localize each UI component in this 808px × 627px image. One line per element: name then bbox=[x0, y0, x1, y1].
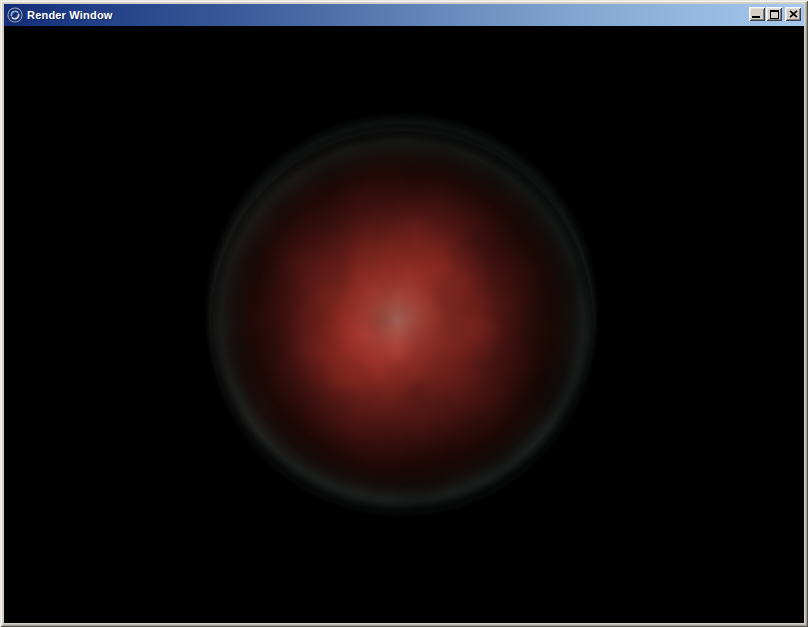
render-window: Render Window bbox=[0, 0, 808, 627]
render-viewport[interactable] bbox=[4, 26, 804, 623]
close-icon bbox=[789, 10, 798, 18]
minimize-button[interactable] bbox=[749, 7, 765, 21]
maximize-button[interactable] bbox=[766, 7, 782, 21]
titlebar[interactable]: Render Window bbox=[4, 4, 804, 26]
app-orb-icon[interactable] bbox=[7, 7, 23, 23]
rendered-sphere bbox=[4, 26, 804, 623]
close-button[interactable] bbox=[785, 7, 801, 21]
window-controls bbox=[749, 7, 801, 21]
minimize-icon bbox=[752, 16, 760, 18]
window-title: Render Window bbox=[27, 9, 749, 21]
maximize-icon bbox=[770, 10, 779, 19]
